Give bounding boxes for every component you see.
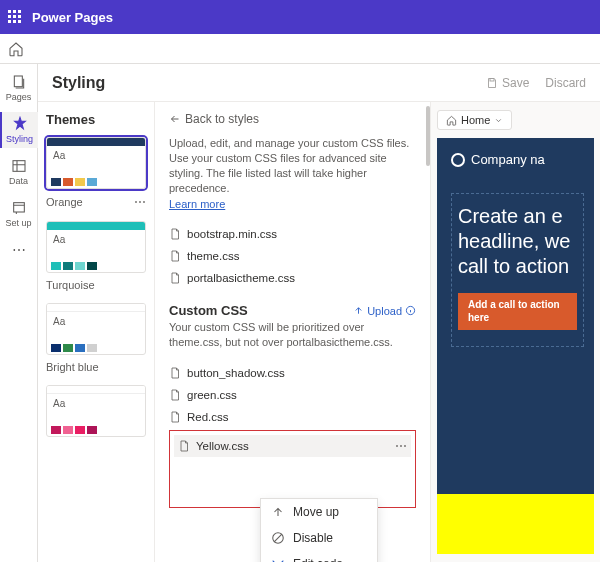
scrollbar[interactable] [426, 106, 430, 166]
svg-rect-3 [490, 78, 494, 81]
sub-toolbar [0, 34, 600, 64]
nav-data[interactable]: Data [0, 154, 38, 190]
waffle-icon[interactable] [8, 10, 22, 24]
file-more-icon[interactable]: ⋯ [395, 439, 407, 453]
menu-edit-code[interactable]: Edit code [261, 551, 377, 562]
css-file[interactable]: green.css [169, 384, 416, 406]
upload-button[interactable]: Upload [353, 305, 416, 317]
themes-title: Themes [46, 112, 146, 127]
builtin-css-list: bootstrap.min.css theme.css portalbasict… [169, 223, 416, 289]
css-file[interactable]: bootstrap.min.css [169, 223, 416, 245]
save-button[interactable]: Save [486, 76, 529, 90]
home-icon [446, 115, 457, 126]
back-link[interactable]: Back to styles [169, 112, 416, 126]
css-file[interactable]: theme.css [169, 245, 416, 267]
company-brand: Company na [451, 152, 584, 167]
menu-disable[interactable]: Disable [261, 525, 377, 551]
theme-card-brightblue[interactable]: Aa [46, 303, 146, 355]
top-app-bar: Power Pages [0, 0, 600, 34]
discard-button[interactable]: Discard [545, 76, 586, 90]
breadcrumb-home[interactable]: Home [437, 110, 512, 130]
site-preview: Company na Create an e headline, we call… [437, 138, 594, 554]
app-name: Power Pages [32, 10, 113, 25]
theme-more-icon[interactable]: ⋯ [134, 195, 146, 209]
custom-css-list: button_shadow.css green.css Red.css Yell… [169, 362, 416, 508]
custom-css-title: Custom CSS [169, 303, 353, 318]
theme-card-turquoise[interactable]: Aa [46, 221, 146, 273]
themes-panel: Themes Aa Orange⋯ Aa Turquoise Aa [38, 102, 154, 562]
css-file[interactable]: Red.css [169, 406, 416, 428]
nav-styling[interactable]: Styling [0, 112, 38, 148]
learn-more-link[interactable]: Learn more [169, 198, 225, 210]
theme-card-4[interactable]: Aa [46, 385, 146, 437]
chevron-down-icon [494, 116, 503, 125]
css-file[interactable]: portalbasictheme.css [169, 267, 416, 289]
nav-pages[interactable]: Pages [0, 70, 38, 106]
info-icon [405, 305, 416, 316]
page-title: Styling [52, 74, 486, 92]
nav-setup[interactable]: Set up [0, 196, 38, 232]
theme-name: Turquoise [46, 279, 95, 291]
headline-block[interactable]: Create an e headline, we call to action … [451, 193, 584, 347]
description-text: Upload, edit, and manage your custom CSS… [169, 136, 416, 195]
left-nav: Pages Styling Data Set up ⋯ [0, 64, 38, 562]
detail-panel: Back to styles Upload, edit, and manage … [154, 102, 430, 562]
nav-label: Pages [6, 92, 32, 102]
menu-move-up[interactable]: Move up [261, 499, 377, 525]
theme-name: Orange [46, 196, 83, 208]
theme-card-orange[interactable]: Aa [46, 137, 146, 189]
nav-label: Set up [5, 218, 31, 228]
logo-icon [451, 153, 465, 167]
home-icon[interactable] [8, 41, 24, 57]
file-context-menu: Move up Disable Edit code [260, 498, 378, 562]
css-file[interactable]: button_shadow.css [169, 362, 416, 384]
nav-label: Styling [6, 134, 33, 144]
svg-rect-1 [13, 161, 25, 172]
custom-desc: Your custom CSS will be prioritized over… [169, 320, 416, 350]
preview-panel: Home Company na Create an e headline, we… [430, 102, 600, 562]
cta-button[interactable]: Add a call to action here [458, 293, 577, 330]
page-header: Styling Save Discard [38, 64, 600, 102]
css-file-active[interactable]: Yellow.css ⋯ [174, 435, 411, 457]
nav-more[interactable]: ⋯ [0, 238, 38, 262]
svg-rect-2 [13, 203, 24, 212]
svg-rect-0 [14, 76, 22, 87]
theme-name: Bright blue [46, 361, 99, 373]
nav-label: Data [9, 176, 28, 186]
highlight-box: Yellow.css ⋯ [169, 430, 416, 508]
yellow-section [437, 494, 594, 554]
